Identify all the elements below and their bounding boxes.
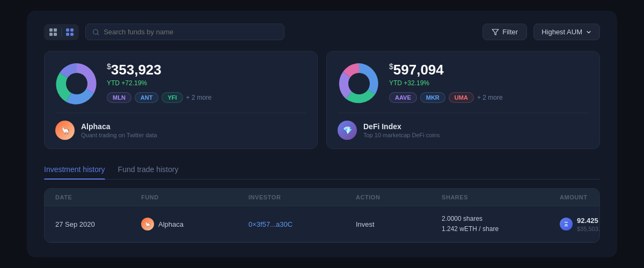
card-stats-defi: $597,094 YTD +32.19% AAVE MKR UMA + 2 mo… [389,62,589,103]
col-header-date: DATE [55,194,141,200]
investment-table: DATE FUND INVESTOR ACTION SHARES AMOUNT … [44,188,600,243]
toggle-divider [61,28,62,36]
more-tokens-alphaca: + 2 more [186,94,212,101]
search-bar[interactable] [85,24,284,40]
fund-cards: $353,923 YTD +72.19% MLN ANT YFI + 2 mor… [44,51,600,149]
card-top-alphaca: $353,923 YTD +72.19% MLN ANT YFI + 2 mor… [55,62,306,105]
fund-logo-alphaca: 🦙 [55,121,75,140]
cell-action: Invest [356,220,442,228]
svg-point-6 [348,73,370,94]
cell-amount: Ξ 92.425 wETH $35,503.52 [560,217,600,232]
card-value-defi: $597,094 [389,62,589,78]
card-tokens-alphaca: MLN ANT YFI + 2 more [107,92,306,103]
more-tokens-defi: + 2 more [477,94,503,101]
token-badge-ant: ANT [135,92,159,103]
card-ytd-defi: YTD +32.19% [389,79,589,87]
col-header-investor: INVESTOR [248,194,356,200]
token-badge-aave: AAVE [389,92,417,103]
row-fund-logo: 🦙 [141,218,154,230]
chevron-down-icon [586,29,592,35]
fund-card-alphaca[interactable]: $353,923 YTD +72.19% MLN ANT YFI + 2 mor… [44,51,318,149]
cell-investor[interactable]: 0×3f57...a30C [248,220,356,228]
card-stats-alphaca: $353,923 YTD +72.19% MLN ANT YFI + 2 mor… [107,62,306,103]
grid-icon [66,28,74,36]
filter-icon [492,28,499,36]
amount-usd: $35,503.52 [577,226,600,232]
card-ytd-alphaca: YTD +72.19% [107,79,306,87]
pie-chart-defi [338,62,380,105]
fund-logo-defi: 💎 [338,121,357,140]
tab-fund-trade-history[interactable]: Fund trade history [118,162,179,179]
svg-marker-2 [492,29,499,35]
token-badge-yfi: YFI [162,92,182,103]
col-header-amount: AMOUNT [560,194,600,200]
svg-point-4 [66,73,87,94]
col-header-action: ACTION [356,194,442,200]
card-tokens-defi: AAVE MKR UMA + 2 more [389,92,589,103]
eth-icon: Ξ [560,218,573,230]
card-value-alphaca: $353,923 [107,62,306,78]
cell-shares: 2.0000 shares 1.242 wETH / share [442,214,560,234]
card-bottom-defi: 💎 DeFi Index Top 10 marketcap DeFi coins [338,113,589,140]
filter-button[interactable]: Filter [482,24,527,40]
fund-desc-defi: Top 10 marketcap DeFi coins [363,132,440,138]
cell-fund: 🦙 Alphaca [141,218,248,230]
search-icon [92,28,99,36]
fund-desc-alphaca: Quant trading on Twitter data [81,132,157,138]
fund-name-defi: DeFi Index [363,122,440,131]
card-bottom-alphaca: 🦙 Alphaca Quant trading on Twitter data [55,113,306,140]
token-badge-uma: UMA [449,92,474,103]
view-toggle[interactable] [44,24,79,40]
fund-info-alphaca: Alphaca Quant trading on Twitter data [81,122,157,138]
tabs: Investment history Fund trade history [44,162,600,180]
fund-card-defi[interactable]: $597,094 YTD +32.19% AAVE MKR UMA + 2 mo… [326,51,600,149]
token-badge-mln: MLN [107,92,131,103]
tab-investment-history[interactable]: Investment history [44,162,105,179]
table-row: 27 Sep 2020 🦙 Alphaca 0×3f57...a30C Inve… [45,206,599,242]
col-header-shares: SHARES [442,194,560,200]
fund-name-alphaca: Alphaca [81,122,157,131]
list-icon [49,28,57,36]
fund-info-defi: DeFi Index Top 10 marketcap DeFi coins [363,122,440,138]
card-top-defi: $597,094 YTD +32.19% AAVE MKR UMA + 2 mo… [338,62,589,105]
svg-line-1 [97,33,98,34]
app-container: Filter Highest AUM [27,11,617,257]
token-badge-mkr: MKR [420,92,445,103]
table-header: DATE FUND INVESTOR ACTION SHARES AMOUNT [45,189,599,206]
search-input[interactable] [104,28,277,36]
list-view-button[interactable] [48,27,58,37]
cell-date: 27 Sep 2020 [55,220,141,228]
top-bar: Filter Highest AUM [44,24,600,40]
amount-token: 92.425 wETH [577,217,600,225]
grid-view-button[interactable] [65,27,75,37]
col-header-fund: FUND [141,194,248,200]
pie-chart-alphaca [55,62,98,105]
sort-button[interactable]: Highest AUM [533,24,600,40]
